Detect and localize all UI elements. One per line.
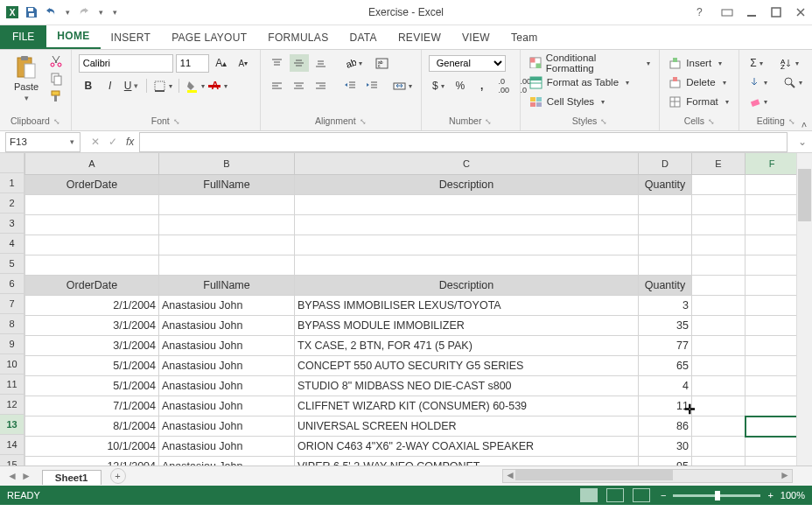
- cell[interactable]: [746, 316, 799, 336]
- cell[interactable]: 5/1/2004: [25, 376, 159, 396]
- cell[interactable]: 7/1/2004: [25, 396, 159, 416]
- tab-view[interactable]: VIEW: [452, 26, 500, 49]
- underline-button[interactable]: U▾: [122, 77, 143, 94]
- row-header[interactable]: 2: [0, 193, 24, 214]
- cell[interactable]: CLIFFNET WIZARD KIT (CONSUMER) 60-539: [295, 396, 639, 416]
- cell[interactable]: [746, 336, 799, 356]
- cut-icon[interactable]: [49, 54, 63, 68]
- cell[interactable]: [295, 235, 639, 256]
- align-right-icon[interactable]: [312, 77, 331, 94]
- cell[interactable]: [746, 457, 799, 466]
- cell[interactable]: 8/1/2004: [25, 416, 159, 437]
- font-color-button[interactable]: A: [209, 77, 229, 94]
- zoom-out-button[interactable]: −: [661, 490, 666, 500]
- column-header-D[interactable]: D: [639, 153, 692, 175]
- merge-center-button[interactable]: [391, 77, 414, 94]
- view-page-layout-icon[interactable]: [606, 488, 624, 502]
- cell[interactable]: 11: [639, 396, 692, 416]
- conditional-formatting-button[interactable]: Conditional Formatting: [528, 53, 653, 73]
- view-normal-icon[interactable]: [580, 488, 598, 502]
- horizontal-scrollbar[interactable]: ◄►: [502, 469, 793, 483]
- cell[interactable]: Anastasiou John: [159, 457, 295, 466]
- sheet-nav-prev-icon[interactable]: ◄: [7, 470, 18, 482]
- align-middle-icon[interactable]: [290, 54, 309, 72]
- cell[interactable]: [746, 356, 799, 376]
- redo-icon[interactable]: [77, 5, 91, 19]
- cell[interactable]: 3: [639, 296, 692, 316]
- tab-formulas[interactable]: FORMULAS: [257, 26, 339, 49]
- comma-format-icon[interactable]: ,: [472, 77, 492, 94]
- italic-button[interactable]: I: [101, 77, 120, 94]
- cell[interactable]: [159, 256, 295, 276]
- row-header[interactable]: 15: [0, 455, 24, 466]
- column-header-A[interactable]: A: [25, 153, 159, 175]
- row-header[interactable]: 7: [0, 294, 24, 314]
- cell[interactable]: 65: [639, 356, 692, 376]
- column-header-C[interactable]: C: [295, 153, 639, 175]
- find-select-button[interactable]: [781, 74, 804, 91]
- collapse-ribbon-icon[interactable]: ʌ: [802, 119, 807, 129]
- cell[interactable]: 3/1/2004: [25, 316, 159, 336]
- format-cells-button[interactable]: Format: [667, 92, 732, 111]
- name-box[interactable]: F13▾: [5, 132, 80, 152]
- cell[interactable]: [692, 416, 746, 437]
- cell[interactable]: BYPASS MODULE IMMOBILIZER: [295, 316, 639, 336]
- cell[interactable]: 86: [639, 416, 692, 437]
- cell[interactable]: OrderDate: [25, 276, 159, 296]
- tab-data[interactable]: DATA: [339, 26, 387, 49]
- zoom-slider[interactable]: [673, 494, 760, 497]
- cell-styles-button[interactable]: Cell Styles: [528, 92, 653, 111]
- sheet-tab-1[interactable]: Sheet1: [42, 470, 102, 485]
- save-icon[interactable]: [24, 5, 38, 19]
- cell[interactable]: Anastasiou John: [159, 356, 295, 376]
- cell[interactable]: [639, 215, 692, 235]
- cell[interactable]: BYPASS IMMOBILISER LEXUS/TOYOTA: [295, 296, 639, 316]
- row-header[interactable]: 10: [0, 354, 24, 374]
- cell[interactable]: [692, 235, 746, 256]
- cell[interactable]: [639, 195, 692, 215]
- cell[interactable]: 12/1/2004: [25, 457, 159, 466]
- cell[interactable]: [692, 296, 746, 316]
- cell[interactable]: [692, 195, 746, 215]
- cell[interactable]: [746, 175, 799, 195]
- redo-dropdown[interactable]: ▾: [96, 8, 105, 17]
- view-page-break-icon[interactable]: [633, 488, 650, 502]
- row-header[interactable]: 3: [0, 214, 24, 234]
- cell[interactable]: [692, 457, 746, 466]
- delete-cells-button[interactable]: Delete: [667, 73, 732, 92]
- orientation-icon[interactable]: ab: [341, 54, 364, 72]
- cell[interactable]: 2/1/2004: [25, 296, 159, 316]
- cell[interactable]: [746, 235, 799, 256]
- cell[interactable]: TX CASE, 2 BTN, FOR 471 (5 PAK): [295, 336, 639, 356]
- cell[interactable]: Quantity: [639, 276, 692, 296]
- decrease-font-icon[interactable]: A▾: [234, 54, 253, 72]
- cell[interactable]: Anastasiou John: [159, 416, 295, 437]
- paste-button[interactable]: Paste ▾: [7, 53, 46, 104]
- ribbon-display-icon[interactable]: [721, 6, 733, 18]
- cell[interactable]: OrderDate: [25, 175, 159, 195]
- increase-decimal-icon[interactable]: .0.00: [494, 77, 514, 94]
- cell[interactable]: [692, 356, 746, 376]
- cell[interactable]: [692, 215, 746, 235]
- cell[interactable]: STUDIO 8" MIDBASS NEO DIE-CAST s800: [295, 376, 639, 396]
- cell[interactable]: [692, 256, 746, 276]
- qat-customize[interactable]: ▾: [110, 8, 119, 17]
- cell[interactable]: [692, 316, 746, 336]
- cell[interactable]: 35: [639, 316, 692, 336]
- accounting-format-icon[interactable]: $: [429, 77, 448, 94]
- tab-team[interactable]: Team: [500, 26, 549, 49]
- cell[interactable]: [639, 235, 692, 256]
- help-icon[interactable]: ?: [696, 6, 709, 18]
- align-top-icon[interactable]: [268, 54, 287, 72]
- cell[interactable]: 4: [639, 376, 692, 396]
- number-format-select[interactable]: General: [429, 55, 506, 72]
- formula-bar[interactable]: [139, 132, 788, 152]
- cell[interactable]: [25, 215, 159, 235]
- border-button[interactable]: [151, 77, 174, 94]
- clear-button[interactable]: [746, 93, 769, 110]
- format-painter-icon[interactable]: [49, 89, 63, 103]
- tab-file[interactable]: FILE: [0, 25, 46, 49]
- cell[interactable]: 95: [639, 457, 692, 466]
- select-all-corner[interactable]: [0, 153, 24, 173]
- cell[interactable]: [692, 175, 746, 195]
